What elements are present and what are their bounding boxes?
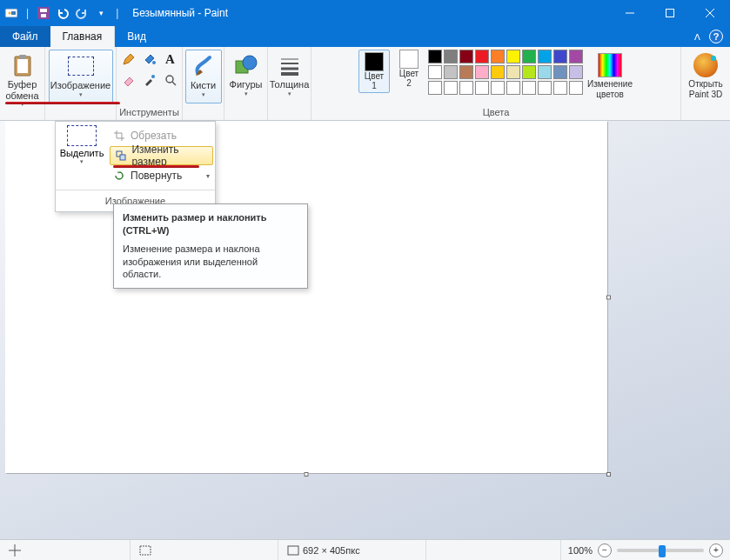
tab-home[interactable]: Главная [50,26,116,47]
color-swatch[interactable] [444,65,458,79]
color-swatch[interactable] [428,65,442,79]
minimize-button[interactable] [610,0,650,26]
color-swatch[interactable] [506,50,520,63]
color-swatch[interactable] [491,50,505,63]
picker-tool[interactable] [140,70,159,90]
eraser-tool[interactable] [119,70,138,90]
color-swatch[interactable] [569,65,583,79]
shapes-button[interactable]: Фигуры ▾ [226,50,266,99]
ribbon: Буфер обмена ▾ Изображение ▾ A Инструмен… [0,47,730,121]
svg-rect-28 [288,546,298,555]
color-swatch[interactable] [428,81,442,95]
color-swatch[interactable] [475,50,489,63]
color-swatch[interactable] [459,65,473,79]
color-swatch[interactable] [569,50,583,63]
color-swatch[interactable] [538,50,552,63]
select-button[interactable]: Выделить ▾ [56,122,108,186]
color-swatch[interactable] [491,81,505,95]
paint3d-button[interactable]: Открыть Paint 3D [685,50,726,101]
crop-icon [113,130,125,142]
tooltip-body: Изменение размера и наклона изображения … [123,243,298,282]
color-swatch[interactable] [475,65,489,79]
color-swatch[interactable] [506,65,520,79]
select-label: Выделить [60,148,104,158]
svg-line-16 [172,82,176,85]
svg-rect-11 [17,59,28,73]
collapse-ribbon-icon[interactable]: ᐱ [694,32,700,42]
colors-group-label: Цвета [483,107,510,118]
zoom-slider[interactable] [617,549,704,552]
text-tool[interactable]: A [161,50,180,69]
color-swatch[interactable] [538,81,552,95]
resize-handle-corner[interactable] [606,472,611,477]
tab-view[interactable]: Вид [115,26,158,47]
resize-handle-bottom[interactable] [305,472,309,477]
tools-group-label: Инструменты [119,107,179,118]
color-swatch[interactable] [538,65,552,79]
rotate-icon [113,170,125,182]
shapes-label: Фигуры [230,79,263,90]
fill-tool[interactable] [140,50,159,69]
annotation-underline-2 [113,165,199,168]
svg-point-1 [9,12,11,15]
canvas-size-text: 692 × 405пкс [303,545,360,556]
undo-icon[interactable] [55,5,70,21]
cursor-pos-icon [9,544,21,557]
color2-label: Цвет 2 [399,69,419,88]
help-icon[interactable]: ? [709,30,723,43]
svg-rect-5 [41,14,46,17]
color1-button[interactable]: Цвет 1 [358,50,390,93]
color-swatch[interactable] [491,65,505,79]
svg-rect-7 [666,10,674,17]
crop-label: Обрезать [131,130,177,142]
svg-rect-4 [40,9,47,12]
color-swatch[interactable] [522,81,536,95]
brushes-button[interactable]: Кисти ▾ [185,50,222,103]
edit-colors-button[interactable]: Изменение цветов [586,50,633,101]
redo-icon[interactable] [74,5,90,21]
color-swatch[interactable] [569,81,583,95]
window-title: Безымянный - Paint [132,7,228,19]
clipboard-button[interactable]: Буфер обмена ▾ [2,50,42,110]
color2-button[interactable]: Цвет 2 [393,50,425,88]
resize-handle-right[interactable] [606,295,611,299]
zoom-in-button[interactable]: + [709,543,723,557]
maximize-button[interactable] [650,0,690,26]
rotate-label: Повернуть [131,170,182,182]
color-swatch[interactable] [444,81,458,95]
tooltip-title: Изменить размер и наклонить (CTRL+W) [123,211,298,237]
color-swatch[interactable] [553,65,567,79]
tab-file[interactable]: Файл [0,26,50,47]
canvas-size-icon [287,545,299,556]
zoom-out-button[interactable]: − [598,543,612,557]
color-swatch[interactable] [459,81,473,95]
color-swatch[interactable] [522,50,536,63]
svg-point-18 [243,56,257,70]
size-button[interactable]: Толщина ▾ [266,50,313,99]
title-bar: | ▾ | Безымянный - Paint [0,0,730,26]
color-swatch[interactable] [459,50,473,63]
resize-label: Изменить размер [131,143,207,168]
customize-qat-icon[interactable]: ▾ [93,5,109,21]
color-swatch[interactable] [522,65,536,79]
color-swatch[interactable] [428,50,442,63]
resize-item[interactable]: Изменить размер [110,146,213,165]
magnifier-tool[interactable] [161,70,180,90]
color-swatch[interactable] [553,81,567,95]
svg-point-14 [151,75,155,78]
color-swatch[interactable] [444,50,458,63]
rotate-item[interactable]: Повернуть ▾ [108,165,215,186]
color-swatch[interactable] [506,81,520,95]
color-palette[interactable] [428,50,583,95]
save-icon[interactable] [36,5,51,21]
clipboard-label: Буфер обмена [5,79,38,101]
paint3d-label: Открыть Paint 3D [688,79,722,99]
color-swatch[interactable] [475,81,489,95]
menu-strip: Файл Главная Вид ᐱ ? [0,26,730,47]
zoom-value: 100% [568,545,593,556]
status-bar: 692 × 405пкс 100% − + [0,539,730,560]
pencil-tool[interactable] [119,50,138,69]
color-swatch[interactable] [553,50,567,63]
close-button[interactable] [690,0,730,26]
image-button[interactable]: Изображение ▾ [49,50,113,103]
